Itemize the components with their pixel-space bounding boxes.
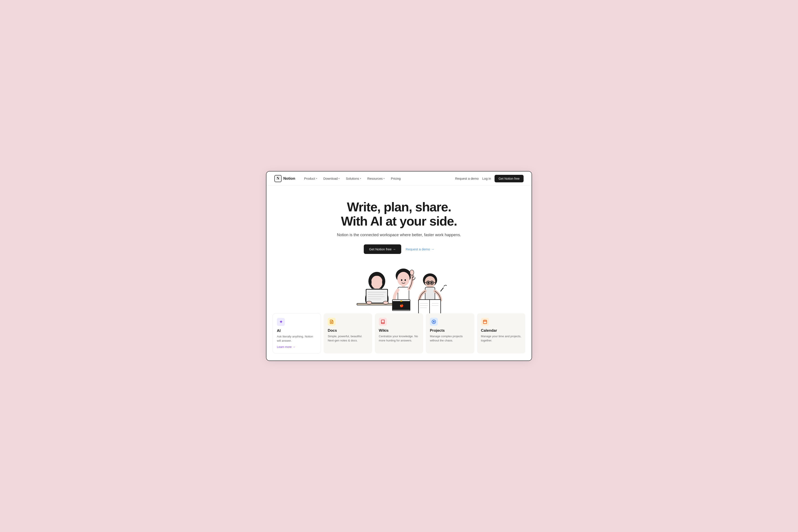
hero-actions: Get Notion free → Request a demo → xyxy=(274,244,524,254)
logo-icon: N xyxy=(274,175,281,182)
projects-icon xyxy=(430,318,438,326)
svg-rect-2 xyxy=(369,280,372,284)
logo-link[interactable]: N Notion xyxy=(274,175,295,182)
hero-illustration: 🍎 xyxy=(274,265,524,313)
svg-point-18 xyxy=(397,272,410,286)
svg-point-19 xyxy=(401,279,402,281)
svg-point-23 xyxy=(410,270,414,275)
hero-cta-primary[interactable]: Get Notion free → xyxy=(364,244,401,254)
nav-link-pricing[interactable]: Pricing xyxy=(388,175,403,182)
svg-rect-50 xyxy=(483,320,486,323)
ai-icon: ✦ xyxy=(277,318,285,326)
feature-docs-desc: Simple, powerful, beautiful. Next-gen no… xyxy=(328,334,368,343)
feature-ai-learn-more[interactable]: Learn more → xyxy=(277,345,295,348)
svg-line-45 xyxy=(441,288,443,291)
svg-text:🍎: 🍎 xyxy=(400,304,404,307)
chevron-down-icon: ▾ xyxy=(384,177,385,180)
svg-point-36 xyxy=(431,282,433,284)
nav-right: Request a demo Log in Get Notion free xyxy=(455,175,524,182)
feature-card-calendar[interactable]: Calendar Manage your time and projects, … xyxy=(477,313,525,354)
feature-calendar-title: Calendar xyxy=(481,328,521,333)
nav-links: Product ▾ Download ▾ Solutions ▾ Resourc… xyxy=(301,175,455,182)
feature-projects-title: Projects xyxy=(430,328,470,333)
svg-point-35 xyxy=(427,282,429,284)
feature-wikis-desc: Centralize your knowledge. No more hunti… xyxy=(379,334,419,343)
feature-card-docs[interactable]: Docs Simple, powerful, beautiful. Next-g… xyxy=(323,313,372,354)
wikis-icon xyxy=(379,318,387,326)
chevron-down-icon: ▾ xyxy=(338,177,339,180)
docs-icon xyxy=(328,318,336,326)
feature-ai-desc: Ask literally anything. Notion will answ… xyxy=(277,334,317,343)
svg-rect-3 xyxy=(382,280,385,284)
chevron-down-icon: ▾ xyxy=(360,177,361,180)
login-link[interactable]: Log in xyxy=(482,177,491,180)
nav-link-download[interactable]: Download ▾ xyxy=(321,175,342,182)
illustration-svg: 🍎 xyxy=(346,265,452,313)
chevron-down-icon: ▾ xyxy=(316,177,317,180)
nav-link-product[interactable]: Product ▾ xyxy=(301,175,320,182)
feature-docs-title: Docs xyxy=(328,328,368,333)
nav-link-resources[interactable]: Resources ▾ xyxy=(365,175,387,182)
navbar: N Notion Product ▾ Download ▾ Solutions … xyxy=(266,171,532,186)
logo-text: Notion xyxy=(283,176,295,181)
svg-point-20 xyxy=(405,279,406,281)
feature-ai-title: AI xyxy=(277,328,317,333)
svg-rect-37 xyxy=(425,287,435,301)
feature-cards-section: ✦ AI Ask literally anything. Notion will… xyxy=(266,313,532,361)
svg-rect-10 xyxy=(367,290,387,303)
feature-projects-desc: Manage complex projects without the chao… xyxy=(430,334,470,343)
hero-section: Write, plan, share. With AI at your side… xyxy=(266,186,532,313)
hero-subtitle: Notion is the connected workspace where … xyxy=(274,233,524,237)
hero-cta-secondary[interactable]: Request a demo → xyxy=(406,247,434,251)
browser-window: N Notion Product ▾ Download ▾ Solutions … xyxy=(266,171,532,361)
calendar-icon xyxy=(481,318,489,326)
nav-link-solutions[interactable]: Solutions ▾ xyxy=(343,175,364,182)
svg-point-15 xyxy=(367,301,372,304)
svg-point-16 xyxy=(383,301,388,304)
svg-point-1 xyxy=(371,276,383,289)
feature-wikis-title: Wikis xyxy=(379,328,419,333)
feature-card-wikis[interactable]: Wikis Centralize your knowledge. No more… xyxy=(375,313,423,354)
feature-calendar-desc: Manage your time and projects, together. xyxy=(481,334,521,343)
get-notion-free-button[interactable]: Get Notion free xyxy=(495,175,524,182)
hero-title: Write, plan, share. With AI at your side… xyxy=(274,200,524,228)
feature-card-projects[interactable]: Projects Manage complex projects without… xyxy=(426,313,474,354)
svg-point-26 xyxy=(400,301,402,302)
feature-card-ai[interactable]: ✦ AI Ask literally anything. Notion will… xyxy=(273,313,321,354)
request-demo-link[interactable]: Request a demo xyxy=(455,177,479,180)
